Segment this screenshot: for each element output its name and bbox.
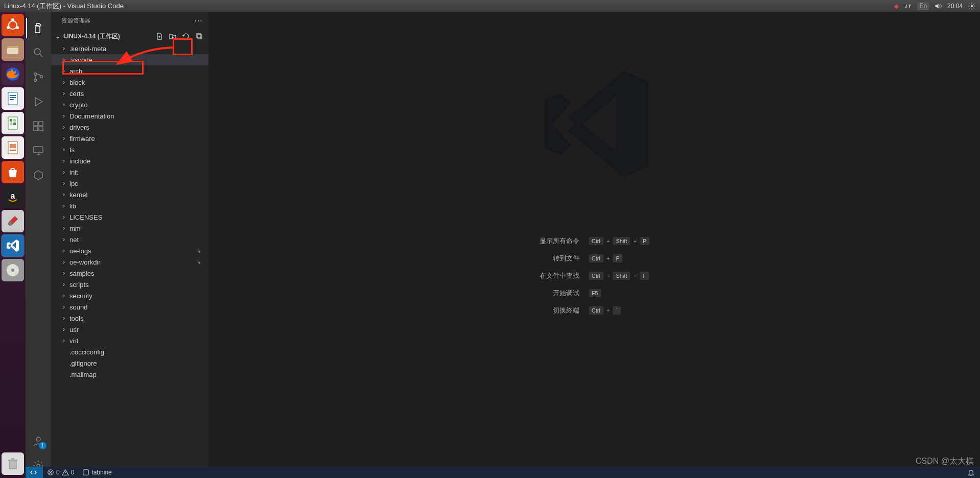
launcher-disc[interactable] <box>2 259 24 281</box>
chevron-right-icon: › <box>60 258 67 266</box>
launcher-calc[interactable] <box>2 112 24 134</box>
launcher-settings-tool[interactable] <box>2 210 24 232</box>
clock[interactable]: 20:04 <box>947 3 963 10</box>
tree-item[interactable]: ›LICENSES <box>51 211 208 223</box>
launcher-writer[interactable] <box>2 87 24 110</box>
svg-point-3 <box>16 26 19 29</box>
tree-item[interactable]: ›Documentation <box>51 110 208 122</box>
svg-point-27 <box>34 49 40 55</box>
tree-item[interactable]: ›mm <box>51 223 208 234</box>
launcher-trash[interactable] <box>2 452 24 475</box>
tree-item[interactable]: .gitignore <box>51 357 208 369</box>
new-folder-icon[interactable] <box>167 31 179 42</box>
volume-icon[interactable] <box>934 2 942 10</box>
launcher-firefox[interactable] <box>2 63 24 85</box>
tree-item[interactable]: ›security <box>51 290 208 301</box>
chevron-right-icon: › <box>60 157 67 164</box>
launcher-dash[interactable] <box>2 14 24 36</box>
sidebar-title: 资源管理器 <box>61 17 91 25</box>
status-tabnine[interactable]: tabnine <box>78 469 115 476</box>
tree-item[interactable]: ›.kernel-meta <box>51 43 208 54</box>
editor-area: 显示所有命令Ctrl+Shift+P转到文件Ctrl+P在文件中查找Ctrl+S… <box>209 12 980 478</box>
launcher-files[interactable] <box>2 38 24 61</box>
tree-item[interactable]: ›certs <box>51 88 208 99</box>
notifications-icon[interactable] <box>962 469 980 476</box>
tree-item-label: oe-workdir <box>69 258 101 266</box>
shortcut-keys: Ctrl+Shift+F <box>589 272 649 280</box>
tree-item[interactable]: ›.vscode <box>51 54 208 65</box>
collapse-all-icon[interactable] <box>193 31 205 42</box>
tree-item[interactable]: ›kernel <box>51 189 208 200</box>
launcher-impress[interactable] <box>2 136 24 159</box>
tree-item[interactable]: ›scripts <box>51 279 208 290</box>
tree-item[interactable]: ›crypto <box>51 99 208 110</box>
input-language[interactable]: En <box>917 2 929 10</box>
tree-item[interactable]: ›block <box>51 77 208 88</box>
tree-item[interactable]: ›oe-logs↳ <box>51 245 208 256</box>
svg-point-4 <box>7 26 10 29</box>
tree-item-label: fs <box>69 146 75 154</box>
chevron-right-icon: › <box>60 315 67 322</box>
tree-item[interactable]: ›tools <box>51 313 208 324</box>
network-icon[interactable] <box>904 2 912 10</box>
status-bar: 0 0 tabnine <box>26 467 980 478</box>
chevron-right-icon: › <box>60 45 67 52</box>
chevron-right-icon: › <box>60 191 67 198</box>
svg-rect-34 <box>39 122 43 126</box>
chevron-right-icon: › <box>60 270 67 277</box>
search-icon[interactable] <box>26 40 51 65</box>
tree-item-label: include <box>69 157 90 165</box>
tree-item[interactable]: ›samples <box>51 268 208 279</box>
tree-item[interactable]: ›net <box>51 234 208 245</box>
source-control-icon[interactable] <box>26 65 51 89</box>
tree-item[interactable]: ›arch <box>51 65 208 77</box>
svg-rect-25 <box>8 460 17 461</box>
svg-rect-14 <box>13 119 16 122</box>
new-file-icon[interactable] <box>153 31 166 42</box>
account-icon[interactable]: 1 <box>26 429 51 453</box>
tree-item[interactable]: ›sound <box>51 301 208 313</box>
tree-item[interactable]: ›firmware <box>51 133 208 144</box>
run-debug-icon[interactable] <box>26 89 51 114</box>
refresh-icon[interactable] <box>180 31 192 42</box>
remote-explorer-icon[interactable] <box>26 138 51 163</box>
tree-item[interactable]: ›fs <box>51 144 208 155</box>
tree-item[interactable]: ›drivers <box>51 122 208 133</box>
shortcut-label: 显示所有命令 <box>540 236 579 246</box>
chevron-right-icon: › <box>60 236 67 243</box>
launcher-software[interactable] <box>2 161 24 183</box>
svg-point-21 <box>8 222 12 226</box>
tree-item[interactable]: ›init <box>51 166 208 178</box>
window-title: Linux-4.14 (工作区) - Visual Studio Code <box>4 2 894 11</box>
welcome-shortcuts: 显示所有命令Ctrl+Shift+P转到文件Ctrl+P在文件中查找Ctrl+S… <box>540 236 649 315</box>
tree-item[interactable]: .cocciconfig <box>51 346 208 357</box>
tree-item[interactable]: ›virt <box>51 335 208 346</box>
svg-rect-10 <box>10 97 16 98</box>
chevron-right-icon: › <box>60 326 67 333</box>
chevron-right-icon: › <box>60 124 67 131</box>
tree-item[interactable]: ›lib <box>51 200 208 211</box>
shortcut-keys: Ctrl+P <box>589 254 649 262</box>
sidebar-more-icon[interactable]: ⋯ <box>194 17 203 25</box>
watermark-text: CSDN @太大棋 <box>916 456 974 467</box>
tree-item[interactable]: ›include <box>51 155 208 166</box>
shortcut-label: 在文件中查找 <box>540 271 579 280</box>
tree-item[interactable]: .mailmap <box>51 369 208 380</box>
tree-item-label: .kernel-meta <box>69 45 106 53</box>
tree-item[interactable]: ›usr <box>51 324 208 335</box>
vscode-window: 1 资源管理器 ⋯ ⌄ LINUX-4.14 (工作区) ›.kernel-me… <box>26 12 980 478</box>
extensions-icon[interactable] <box>26 114 51 138</box>
workspace-root[interactable]: ⌄ LINUX-4.14 (工作区) <box>51 30 208 43</box>
launcher-vscode[interactable] <box>2 234 24 257</box>
app-indicator-icon[interactable]: ◆ <box>894 3 899 10</box>
svg-point-29 <box>34 79 37 82</box>
system-gear-icon[interactable] <box>968 2 976 10</box>
explorer-icon[interactable] <box>26 16 51 40</box>
tree-item[interactable]: ›oe-workdir↳ <box>51 256 208 268</box>
launcher-amazon[interactable]: a <box>2 185 24 208</box>
status-problems[interactable]: 0 0 <box>43 469 78 476</box>
tree-item[interactable]: ›ipc <box>51 178 208 189</box>
live-share-icon[interactable] <box>26 163 51 187</box>
chevron-right-icon: › <box>60 101 67 108</box>
remote-indicator[interactable] <box>26 467 43 478</box>
